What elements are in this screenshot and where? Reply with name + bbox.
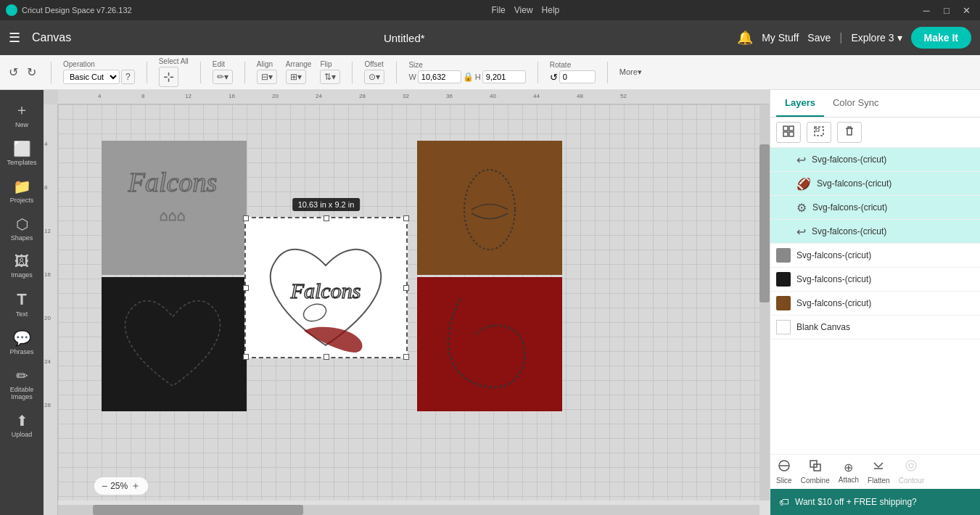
canvas-scrollbar-horizontal[interactable]	[58, 505, 759, 515]
sidebar-item-shapes[interactable]: ⬡ Shapes	[3, 211, 41, 246]
canvas-area[interactable]: Falcons ⌂⌂⌂	[58, 104, 770, 500]
sidebar-item-projects[interactable]: 📁 Projects	[3, 173, 41, 208]
height-input[interactable]	[482, 70, 526, 83]
menu-view[interactable]: View	[514, 5, 533, 15]
sidebar-item-text[interactable]: T Text	[3, 286, 41, 322]
sidebar-item-images[interactable]: 🖼 Images	[3, 249, 41, 283]
operation-select[interactable]: Basic Cut	[63, 70, 120, 84]
arrange-section: Arrange ⊞▾	[286, 60, 312, 84]
list-item[interactable]: Svg-falcons-(cricut)	[770, 268, 980, 292]
layer-item-name: Svg-falcons-(cricut)	[796, 298, 974, 308]
delete-layer-button[interactable]	[837, 122, 862, 143]
flip-section: Flip ⇅▾	[320, 60, 340, 84]
appbar-right: 🔔 My Stuff Save | Explore 3 ▾ Make It	[737, 27, 971, 49]
sidebar-item-templates-label: Templates	[7, 159, 36, 166]
flip-button[interactable]: ⇅▾	[320, 70, 340, 84]
zoom-out-button[interactable]: −	[102, 480, 107, 492]
group-button[interactable]	[776, 122, 801, 143]
sidebar-item-editable-images[interactable]: ✏ EditableImages	[3, 363, 41, 405]
ungroup-button[interactable]	[807, 122, 831, 143]
width-input[interactable]	[418, 70, 461, 83]
undo-button[interactable]: ↺	[6, 64, 21, 81]
height-label: H	[475, 73, 481, 81]
sidebar-item-upload-label: Upload	[12, 431, 33, 438]
sidebar-item-new[interactable]: ＋ New	[3, 96, 41, 133]
explore-button[interactable]: Explore 3 ▾	[851, 32, 902, 44]
handle-top-middle[interactable]	[324, 215, 329, 221]
align-button[interactable]: ⊟▾	[257, 70, 277, 84]
scroll-thumb-vertical[interactable]	[759, 144, 770, 302]
separator-3	[200, 62, 201, 83]
maximize-button[interactable]: □	[939, 5, 954, 16]
attach-button[interactable]: ⊕ Attach	[839, 461, 859, 484]
menu-help[interactable]: Help	[542, 5, 560, 15]
list-item[interactable]: Svg-falcons-(cricut)	[770, 244, 980, 268]
sidebar-item-phrases[interactable]: 💬 Phrases	[3, 325, 41, 360]
make-it-button[interactable]: Make It	[911, 27, 971, 49]
arrange-button[interactable]: ⊞▾	[286, 70, 306, 84]
blank-canvas-swatch	[776, 320, 791, 334]
handle-middle-left[interactable]	[243, 285, 249, 291]
slice-button[interactable]: Slice	[776, 459, 792, 485]
svg-point-16	[906, 461, 916, 471]
layer-color-swatch	[776, 176, 791, 191]
svg-rect-7	[783, 132, 788, 136]
operation-section: Operation Basic Cut ?	[63, 60, 135, 84]
ruler-tick: 4	[98, 93, 101, 99]
scroll-thumb-horizontal[interactable]	[93, 505, 303, 515]
tab-color-sync[interactable]: Color Sync	[824, 90, 888, 117]
ruler-tick: 36	[446, 93, 453, 99]
attach-icon: ⊕	[844, 461, 853, 474]
cricut-logo	[6, 4, 17, 16]
menu-file[interactable]: File	[491, 5, 505, 15]
ruler-tick: 12	[185, 93, 192, 99]
handle-bottom-middle[interactable]	[324, 354, 329, 360]
appbar: ☰ Canvas Untitled* 🔔 My Stuff Save | Exp…	[0, 20, 980, 55]
svg-point-17	[909, 464, 913, 468]
edit-button[interactable]: ✏▾	[213, 70, 233, 84]
contour-button: Contour	[899, 459, 925, 485]
ruler-vertical: 4 8 12 16 20 24 28	[44, 104, 58, 515]
save-button[interactable]: Save	[807, 32, 831, 44]
editable-images-icon: ✏	[16, 367, 28, 384]
handle-bottom-right[interactable]	[403, 354, 409, 360]
redo-button[interactable]: ↻	[24, 64, 39, 81]
combine-button[interactable]: Combine	[801, 459, 830, 485]
handle-top-right[interactable]	[403, 215, 409, 221]
design-red-bottomright	[417, 277, 562, 411]
sidebar-item-upload[interactable]: ⬆ Upload	[3, 408, 41, 442]
group-icon	[783, 125, 794, 137]
select-all-button[interactable]: ⊹	[159, 67, 178, 87]
close-button[interactable]: ✕	[960, 5, 974, 16]
hamburger-menu[interactable]: ☰	[9, 30, 20, 46]
list-item[interactable]: 🏈 Svg-falcons-(cricut)	[770, 172, 980, 196]
zoom-in-button[interactable]: ＋	[131, 479, 141, 493]
sidebar-item-templates[interactable]: ⬜ Templates	[3, 136, 41, 170]
more-button[interactable]: More▾	[619, 67, 642, 77]
rotate-input[interactable]	[559, 70, 596, 83]
slice-label: Slice	[776, 477, 792, 485]
notifications-icon[interactable]: 🔔	[737, 30, 753, 46]
minimize-button[interactable]: ─	[919, 5, 934, 16]
handle-bottom-left[interactable]	[243, 354, 249, 360]
design-black-bottomleft	[102, 277, 247, 411]
design-center-selected[interactable]: 10.63 in x 9.2 in Falcons	[244, 217, 408, 358]
list-item[interactable]: ↩ Svg-falcons-(cricut)	[770, 148, 980, 172]
operation-help-button[interactable]: ?	[121, 70, 135, 84]
handle-top-left[interactable]	[243, 215, 249, 221]
layer-item-name: Svg-falcons-(cricut)	[817, 178, 974, 189]
my-stuff-button[interactable]: My Stuff	[762, 32, 799, 44]
list-item[interactable]: Svg-falcons-(cricut)	[770, 292, 980, 316]
promo-bar[interactable]: 🏷 Want $10 off + FREE shipping?	[770, 489, 980, 515]
tab-layers[interactable]: Layers	[776, 90, 824, 117]
flatten-icon	[872, 459, 885, 475]
sidebar-item-text-label: Text	[16, 310, 28, 318]
svg-point-4	[301, 301, 329, 324]
canvas-scrollbar-vertical[interactable]	[759, 104, 770, 500]
blank-canvas-label: Blank Canvas	[796, 322, 850, 332]
list-item[interactable]: ↩ Svg-falcons-(cricut)	[770, 220, 980, 244]
handle-middle-right[interactable]	[403, 285, 409, 291]
flatten-button[interactable]: Flatten	[868, 459, 890, 485]
list-item[interactable]: ⚙ Svg-falcons-(cricut)	[770, 196, 980, 220]
offset-button[interactable]: ⊙▾	[364, 70, 384, 84]
